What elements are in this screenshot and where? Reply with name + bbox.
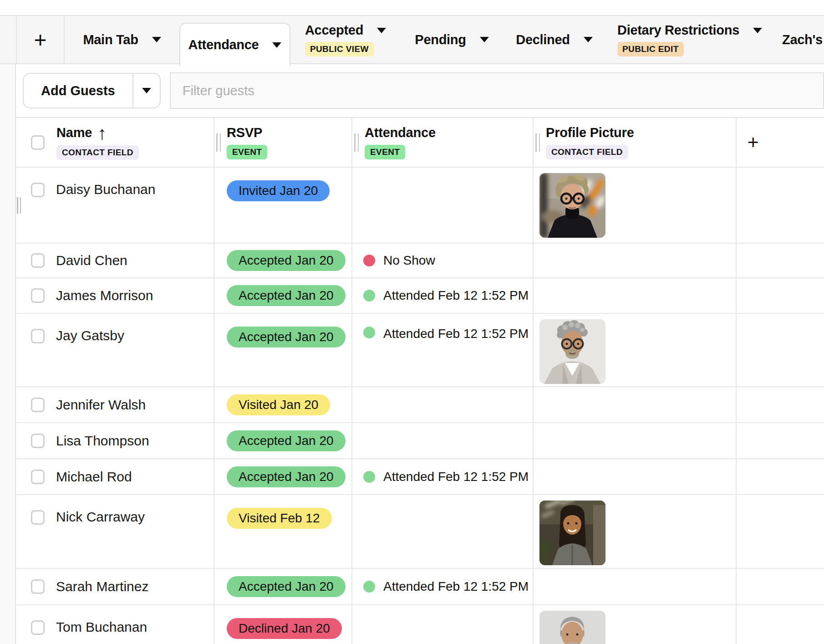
rsvp-cell[interactable]: Accepted Jan 20 xyxy=(214,244,352,277)
row-checkbox[interactable] xyxy=(31,620,45,635)
add-column-cell[interactable] xyxy=(737,278,824,313)
column-drag-handle[interactable] xyxy=(354,133,359,152)
profile-picture-cell[interactable] xyxy=(534,495,737,568)
profile-picture-cell[interactable] xyxy=(534,459,737,494)
column-drag-handle[interactable] xyxy=(535,133,540,152)
name-cell[interactable]: David Chen xyxy=(16,244,214,277)
add-guests-dropdown-button[interactable] xyxy=(132,74,160,107)
add-column-cell[interactable] xyxy=(737,168,824,243)
row-checkbox[interactable] xyxy=(31,288,45,303)
rsvp-pill[interactable]: Accepted Jan 20 xyxy=(227,430,346,451)
column-header-profile-picture[interactable]: Profile Picture CONTACT FIELD xyxy=(534,118,737,167)
rsvp-pill[interactable]: Accepted Jan 20 xyxy=(227,327,346,348)
name-cell[interactable]: Daisy Buchanan xyxy=(16,168,214,243)
rsvp-pill[interactable]: Accepted Jan 20 xyxy=(227,250,346,271)
add-column-cell[interactable] xyxy=(737,387,824,422)
attendance-cell[interactable]: Attended Feb 12 1:52 PM xyxy=(352,569,534,604)
row-checkbox[interactable] xyxy=(31,579,45,594)
profile-picture-cell[interactable] xyxy=(534,423,737,458)
tab-dietary-restrictions[interactable]: Dietary Restrictions PUBLIC EDIT xyxy=(605,16,774,63)
row-checkbox[interactable] xyxy=(31,470,45,484)
profile-photo[interactable] xyxy=(539,173,605,238)
add-column-cell[interactable] xyxy=(737,569,824,604)
add-column-cell[interactable] xyxy=(737,495,824,568)
chevron-down-icon xyxy=(272,42,281,48)
rsvp-cell[interactable]: Accepted Jan 20 xyxy=(214,314,352,386)
attendance-cell[interactable] xyxy=(352,495,534,568)
chevron-down-icon xyxy=(142,88,151,93)
add-column-cell[interactable] xyxy=(737,314,824,386)
filter-guests-input[interactable] xyxy=(170,72,824,109)
column-header-attendance[interactable]: Attendance EVENT xyxy=(352,118,534,167)
attendance-cell[interactable] xyxy=(352,168,534,243)
name-cell[interactable]: James Morrison xyxy=(16,278,214,313)
rsvp-cell[interactable]: Declined Jan 20 xyxy=(214,605,352,644)
portrait-image xyxy=(539,173,605,238)
profile-photo[interactable] xyxy=(539,611,605,644)
tab-pending[interactable]: Pending xyxy=(401,16,503,63)
add-column-cell[interactable] xyxy=(737,244,824,277)
profile-picture-cell[interactable] xyxy=(534,569,737,604)
name-cell[interactable]: Nick Carraway xyxy=(16,495,214,568)
profile-picture-cell[interactable] xyxy=(534,314,737,386)
rsvp-cell[interactable]: Accepted Jan 20 xyxy=(214,459,352,494)
tab-declined[interactable]: Declined xyxy=(503,16,605,63)
name-cell[interactable]: Lisa Thompson xyxy=(16,423,214,458)
row-checkbox[interactable] xyxy=(31,253,45,268)
rsvp-cell[interactable]: Invited Jan 20 xyxy=(214,168,352,243)
rsvp-pill[interactable]: Visited Feb 12 xyxy=(227,508,332,529)
attendance-text: Attended Feb 12 1:52 PM xyxy=(383,470,529,484)
attendance-cell[interactable] xyxy=(352,387,534,422)
attendance-cell[interactable]: Attended Feb 12 1:52 PM xyxy=(352,314,534,386)
name-cell[interactable]: Michael Rod xyxy=(16,459,214,494)
tab-accepted[interactable]: Accepted PUBLIC VIEW xyxy=(290,16,401,63)
column-header-rsvp[interactable]: RSVP EVENT xyxy=(214,118,352,167)
add-column-cell[interactable] xyxy=(737,459,824,494)
tab-attendance[interactable]: Attendance xyxy=(179,23,290,66)
rsvp-pill[interactable]: Invited Jan 20 xyxy=(227,180,330,201)
attendance-cell[interactable] xyxy=(352,423,534,458)
row-checkbox[interactable] xyxy=(31,434,45,448)
profile-photo[interactable] xyxy=(539,319,605,384)
rsvp-cell[interactable]: Visited Feb 12 xyxy=(214,495,352,568)
table-row: Jennifer Walsh Visited Jan 20 xyxy=(16,387,824,423)
rsvp-pill[interactable]: Visited Jan 20 xyxy=(227,394,330,415)
add-guests-button[interactable]: Add Guests xyxy=(24,74,132,107)
tab-main-tab[interactable]: Main Tab xyxy=(65,16,179,63)
attendance-cell[interactable]: Attended Feb 12 1:52 PM xyxy=(352,459,534,494)
rsvp-pill[interactable]: Declined Jan 20 xyxy=(227,618,342,639)
attendance-cell[interactable]: Attended Feb 12 1:52 PM xyxy=(352,278,534,313)
row-checkbox[interactable] xyxy=(31,398,45,412)
rsvp-cell[interactable]: Accepted Jan 20 xyxy=(214,278,352,313)
rsvp-pill[interactable]: Accepted Jan 20 xyxy=(227,466,346,487)
row-checkbox[interactable] xyxy=(31,329,45,343)
column-header-name[interactable]: Name ↑ CONTACT FIELD xyxy=(16,118,214,167)
row-checkbox[interactable] xyxy=(31,183,45,197)
new-tab-button[interactable]: + xyxy=(16,16,65,63)
profile-picture-cell[interactable] xyxy=(534,168,737,243)
name-cell[interactable]: Jennifer Walsh xyxy=(16,387,214,422)
rsvp-pill[interactable]: Accepted Jan 20 xyxy=(227,576,346,597)
rsvp-pill[interactable]: Accepted Jan 20 xyxy=(227,285,346,306)
name-cell[interactable]: Tom Buchanan xyxy=(16,605,214,644)
add-column-button[interactable]: + xyxy=(737,118,824,167)
profile-picture-cell[interactable] xyxy=(534,605,737,644)
rsvp-cell[interactable]: Accepted Jan 20 xyxy=(214,569,352,604)
row-checkbox[interactable] xyxy=(31,510,45,525)
row-drag-handle[interactable] xyxy=(17,197,21,214)
profile-photo[interactable] xyxy=(539,501,605,565)
rsvp-cell[interactable]: Visited Jan 20 xyxy=(214,387,352,422)
profile-picture-cell[interactable] xyxy=(534,387,737,422)
rsvp-cell[interactable]: Accepted Jan 20 xyxy=(214,423,352,458)
column-drag-handle[interactable] xyxy=(216,133,221,152)
name-cell[interactable]: Sarah Martinez xyxy=(16,569,214,604)
attendance-cell[interactable]: No Show xyxy=(352,244,534,277)
select-all-checkbox[interactable] xyxy=(31,135,45,150)
tab-zachs[interactable]: Zach's G xyxy=(774,16,824,63)
add-column-cell[interactable] xyxy=(737,423,824,458)
profile-picture-cell[interactable] xyxy=(534,244,737,277)
name-cell[interactable]: Jay Gatsby xyxy=(16,314,214,386)
profile-picture-cell[interactable] xyxy=(534,278,737,313)
attendance-cell[interactable] xyxy=(352,605,534,644)
add-column-cell[interactable] xyxy=(737,605,824,644)
